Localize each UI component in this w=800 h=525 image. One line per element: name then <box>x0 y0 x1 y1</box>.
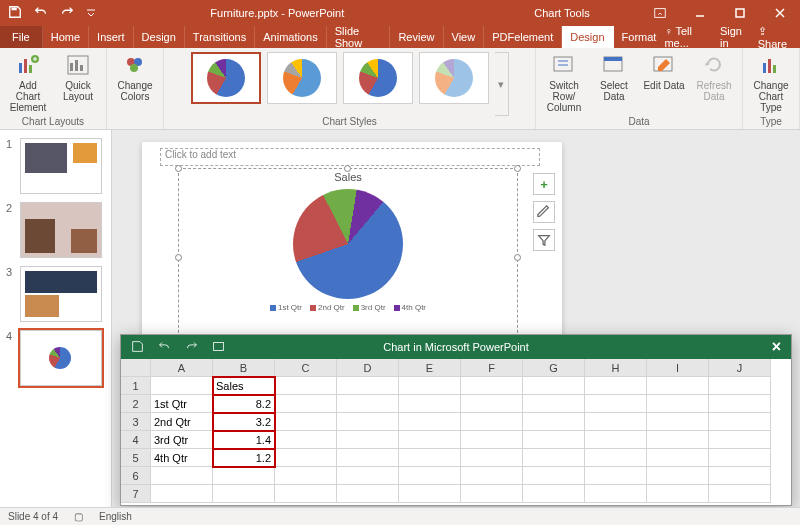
title-placeholder[interactable]: Click to add text <box>160 148 540 166</box>
cell[interactable] <box>337 449 399 467</box>
cell[interactable] <box>399 431 461 449</box>
cell[interactable] <box>461 413 523 431</box>
undo-icon[interactable] <box>34 5 48 21</box>
cell[interactable] <box>213 467 275 485</box>
cell[interactable]: 3.2 <box>213 413 275 431</box>
chart-object[interactable]: Sales 1st Qtr2nd Qtr3rd Qtr4th Qtr + <box>178 168 518 348</box>
col-header[interactable]: B <box>213 359 275 377</box>
change-chart-type-button[interactable]: Change Chart Type <box>749 52 793 113</box>
excel-data-window[interactable]: Chart in Microsoft PowerPoint × ABCDEFGH… <box>120 334 792 506</box>
tab-slideshow[interactable]: Slide Show <box>327 26 391 48</box>
cell[interactable] <box>709 431 771 449</box>
cell[interactable] <box>585 395 647 413</box>
cell[interactable] <box>275 449 337 467</box>
chart-style-3[interactable] <box>343 52 413 104</box>
slide-thumb-3[interactable]: 3 <box>0 262 111 326</box>
cell[interactable] <box>213 485 275 503</box>
tab-chart-design[interactable]: Design <box>562 26 613 48</box>
cell[interactable] <box>647 395 709 413</box>
sign-in[interactable]: Sign in <box>720 25 748 49</box>
col-header[interactable]: E <box>399 359 461 377</box>
col-header[interactable]: J <box>709 359 771 377</box>
cell[interactable] <box>399 467 461 485</box>
row-header[interactable]: 4 <box>121 431 151 449</box>
close-icon[interactable] <box>760 0 800 26</box>
cell[interactable] <box>523 449 585 467</box>
language-status[interactable]: English <box>99 511 132 522</box>
cell[interactable] <box>151 467 213 485</box>
tab-chart-format[interactable]: Format <box>614 26 665 48</box>
col-header[interactable]: A <box>151 359 213 377</box>
chart-elements-button[interactable]: + <box>533 173 555 195</box>
cell[interactable] <box>337 467 399 485</box>
row-header[interactable]: 5 <box>121 449 151 467</box>
row-header[interactable]: 7 <box>121 485 151 503</box>
row-header[interactable]: 2 <box>121 395 151 413</box>
change-colors-button[interactable]: Change Colors <box>113 52 157 102</box>
slide-thumb-2[interactable]: 2 <box>0 198 111 262</box>
slide-thumbnails-panel[interactable]: 1 2 3 4 <box>0 130 112 507</box>
redo-icon[interactable] <box>60 5 74 21</box>
chart-legend[interactable]: 1st Qtr2nd Qtr3rd Qtr4th Qtr <box>179 303 517 312</box>
excel-save-icon[interactable] <box>131 340 144 355</box>
cell[interactable]: 3rd Qtr <box>151 431 213 449</box>
tab-file[interactable]: File <box>0 26 43 48</box>
col-header[interactable]: I <box>647 359 709 377</box>
row-header[interactable]: 1 <box>121 377 151 395</box>
slide-thumb-1[interactable]: 1 <box>0 134 111 198</box>
excel-redo-icon[interactable] <box>185 340 198 355</box>
cell[interactable] <box>337 377 399 395</box>
cell[interactable] <box>151 485 213 503</box>
cell[interactable] <box>337 485 399 503</box>
cell[interactable] <box>709 377 771 395</box>
cell[interactable] <box>523 377 585 395</box>
add-chart-element-button[interactable]: Add Chart Element <box>6 52 50 113</box>
row-header[interactable]: 3 <box>121 413 151 431</box>
ribbon-options-icon[interactable] <box>640 0 680 26</box>
cell[interactable] <box>709 413 771 431</box>
cell[interactable] <box>275 431 337 449</box>
qat-dropdown-icon[interactable] <box>86 7 96 19</box>
col-header[interactable]: H <box>585 359 647 377</box>
cell[interactable] <box>585 413 647 431</box>
chart-style-4[interactable] <box>419 52 489 104</box>
cell[interactable] <box>647 377 709 395</box>
chart-title[interactable]: Sales <box>179 171 517 183</box>
cell[interactable]: 1st Qtr <box>151 395 213 413</box>
tab-insert[interactable]: Insert <box>89 26 134 48</box>
cell[interactable] <box>461 377 523 395</box>
cell[interactable] <box>647 449 709 467</box>
cell[interactable] <box>709 485 771 503</box>
excel-close-icon[interactable]: × <box>772 338 781 356</box>
cell[interactable] <box>523 431 585 449</box>
cell[interactable] <box>585 431 647 449</box>
tell-me[interactable]: ♀ Tell me... <box>664 25 710 49</box>
spell-check-icon[interactable]: ▢ <box>74 511 83 522</box>
cell[interactable]: 8.2 <box>213 395 275 413</box>
pie-chart[interactable] <box>293 189 403 299</box>
col-header[interactable]: F <box>461 359 523 377</box>
cell[interactable] <box>523 485 585 503</box>
slide-counter[interactable]: Slide 4 of 4 <box>8 511 58 522</box>
tab-view[interactable]: View <box>444 26 485 48</box>
cell[interactable]: Sales <box>213 377 275 395</box>
cell[interactable] <box>709 395 771 413</box>
chart-styles-button[interactable] <box>533 201 555 223</box>
cell[interactable] <box>337 395 399 413</box>
tab-home[interactable]: Home <box>43 26 89 48</box>
edit-data-button[interactable]: Edit Data <box>642 52 686 91</box>
tab-transitions[interactable]: Transitions <box>185 26 255 48</box>
col-header[interactable]: C <box>275 359 337 377</box>
share-button[interactable]: ⇪ Share <box>758 25 792 50</box>
slide-thumb-4[interactable]: 4 <box>0 326 111 390</box>
excel-options-icon[interactable] <box>212 340 225 355</box>
excel-sheet[interactable]: ABCDEFGHIJ1Sales21st Qtr8.232nd Qtr3.243… <box>121 359 791 503</box>
minimize-icon[interactable] <box>680 0 720 26</box>
cell[interactable] <box>523 467 585 485</box>
tab-design[interactable]: Design <box>134 26 185 48</box>
cell[interactable] <box>275 377 337 395</box>
cell[interactable] <box>275 413 337 431</box>
cell[interactable] <box>399 449 461 467</box>
cell[interactable] <box>709 467 771 485</box>
maximize-icon[interactable] <box>720 0 760 26</box>
